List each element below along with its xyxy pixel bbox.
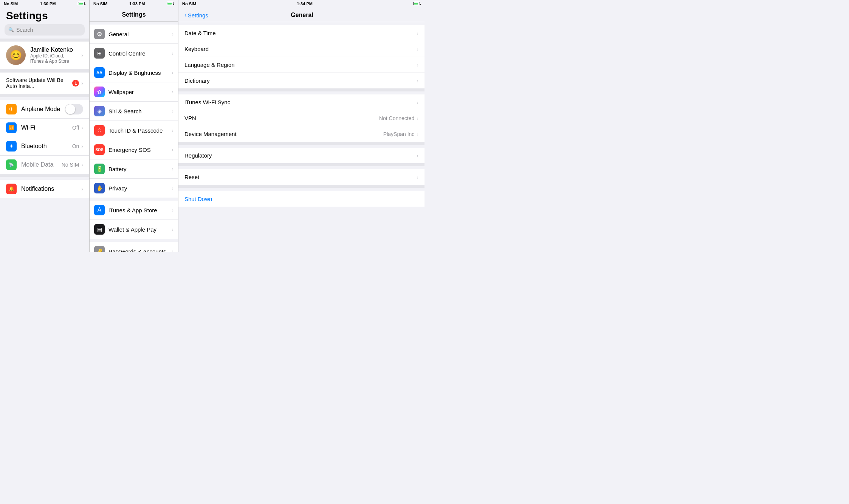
time-1: 1:30 PM [40,2,56,6]
sos-chevron: › [172,147,174,153]
profile-info: Jamille Kotenko Apple ID, iCloud, iTunes… [30,46,77,64]
bluetooth-chevron: › [81,143,83,149]
profile-row[interactable]: 😊 Jamille Kotenko Apple ID, iCloud, iTun… [0,42,89,69]
setting-row-airplane[interactable]: ✈ Airplane Mode [0,100,89,119]
general-icon: ⚙ [94,29,105,39]
dictionary-label: Dictionary [184,77,417,84]
menu-item-itunes[interactable]: A iTunes & App Store › [90,201,178,220]
menu-item-general[interactable]: ⚙ General › [90,25,178,44]
wallpaper-label: Wallpaper [108,89,172,95]
general-chevron: › [172,31,174,37]
control-label: Control Centre [108,50,172,57]
gen-row-keyboard[interactable]: Keyboard › [178,41,424,57]
datetime-label: Date & Time [184,30,417,36]
update-row[interactable]: Software Update Will Be Auto Insta... 1 … [0,72,89,94]
menu-item-wallpaper[interactable]: ✿ Wallpaper › [90,82,178,102]
touchid-chevron: › [172,127,174,133]
datetime-chevron: › [417,30,418,36]
divider-1 [0,39,89,42]
wallet-icon: ▤ [94,224,105,235]
display-chevron: › [172,70,174,76]
airplane-toggle[interactable] [65,104,83,114]
panel2-header: Settings [90,8,178,22]
search-bar[interactable]: 🔍 [5,24,85,36]
wallet-label: Wallet & Apple Pay [108,226,172,233]
notifications-chevron: › [81,186,83,192]
time-3: 1:34 PM [297,2,313,6]
gen-group-4: Reset › [178,169,424,185]
setting-row-wifi[interactable]: 📶 Wi-Fi Off › [0,119,89,137]
setting-row-notifications[interactable]: 🔔 Notifications › [0,180,89,198]
menu-item-passwords[interactable]: 🔑 Passwords & Accounts › [90,242,178,252]
update-badge: 1 [72,80,79,87]
mobiledata-icon: 📡 [6,159,17,170]
siri-icon: ◈ [94,106,105,116]
touchid-label: Touch ID & Passcode [108,127,172,134]
language-label: Language & Region [184,62,417,68]
menu-item-sos[interactable]: SOS Emergency SOS › [90,140,178,159]
menu-item-touchid[interactable]: ⬡ Touch ID & Passcode › [90,121,178,140]
gen-row-ituneswifi[interactable]: iTunes Wi-Fi Sync › [178,94,424,110]
wifi-value: Off [72,125,79,131]
bluetooth-value: On [72,143,79,149]
notifications-icon: 🔔 [6,184,17,194]
menu-item-wallet[interactable]: ▤ Wallet & Apple Pay › [90,220,178,239]
bluetooth-label: Bluetooth [21,143,72,150]
carrier-1: No SIM [4,2,18,6]
devicemgmt-label: Device Management [184,131,383,137]
search-input[interactable] [16,27,81,33]
gen-row-regulatory[interactable]: Regulatory › [178,148,424,163]
menu-item-battery[interactable]: 🔋 Battery › [90,159,178,179]
devicemgmt-chevron: › [417,131,418,137]
status-icons-1 [78,2,85,6]
wallet-chevron: › [172,226,174,232]
gen-divider-4 [178,185,424,188]
gen-row-devicemgmt[interactable]: Device Management PlaySpan Inc › [178,126,424,142]
gen-divider-1 [178,88,424,91]
setting-row-mobiledata[interactable]: 📡 Mobile Data No SIM › [0,156,89,174]
menu-item-privacy[interactable]: ✋ Privacy › [90,179,178,198]
status-bar-1: No SIM 1:30 PM [0,0,89,8]
display-icon: AA [94,67,105,78]
battery-chevron: › [172,166,174,172]
control-icon: ⊞ [94,48,105,59]
divider-4 [0,174,89,177]
regulatory-label: Regulatory [184,152,417,159]
battery-icon-2 [167,2,174,6]
panel-settings-list: No SIM 1:30 PM Settings 🔍 😊 Jamille Kote… [0,0,90,252]
wifi-label: Wi-Fi [21,124,72,131]
menu-item-control[interactable]: ⊞ Control Centre › [90,44,178,63]
panel-general: No SIM 1:34 PM ‹ Settings General Date &… [178,0,424,252]
back-button[interactable]: ‹ Settings [184,11,208,19]
ituneswifi-label: iTunes Wi-Fi Sync [184,99,417,105]
gen-row-dictionary[interactable]: Dictionary › [178,73,424,88]
avatar: 😊 [6,45,26,65]
general-items-container: Date & Time › Keyboard › Language & Regi… [178,22,424,252]
reset-chevron: › [417,174,418,180]
setting-row-bluetooth[interactable]: ✦ Bluetooth On › [0,137,89,156]
menu-item-siri[interactable]: ◈ Siri & Search › [90,102,178,121]
panel2-title: Settings [122,11,146,18]
battery-icon-1 [78,2,85,6]
wallpaper-chevron: › [172,89,174,95]
menu-group-3: 🔑 Passwords & Accounts › [90,242,178,252]
passwords-icon: 🔑 [94,246,105,252]
vpn-chevron: › [417,115,418,121]
gen-row-reset[interactable]: Reset › [178,169,424,185]
itunes-label: iTunes & App Store [108,207,172,213]
gen-row-language[interactable]: Language & Region › [178,57,424,73]
passwords-chevron: › [172,248,174,252]
panel3-header: ‹ Settings General [178,8,424,22]
airplane-icon: ✈ [6,104,17,114]
update-text: Software Update Will Be Auto Insta... [6,77,72,89]
gen-row-vpn[interactable]: VPN Not Connected › [178,110,424,126]
shutdown-row[interactable]: Shut Down [178,191,424,207]
reset-label: Reset [184,174,417,180]
gen-divider-2 [178,142,424,145]
carrier-2: No SIM [93,2,107,6]
gen-row-datetime[interactable]: Date & Time › [178,25,424,41]
wifi-icon: 📶 [6,122,17,133]
menu-item-display[interactable]: AA Display & Brightness › [90,63,178,82]
sos-label: Emergency SOS [108,147,172,153]
shutdown-label: Shut Down [184,196,212,202]
